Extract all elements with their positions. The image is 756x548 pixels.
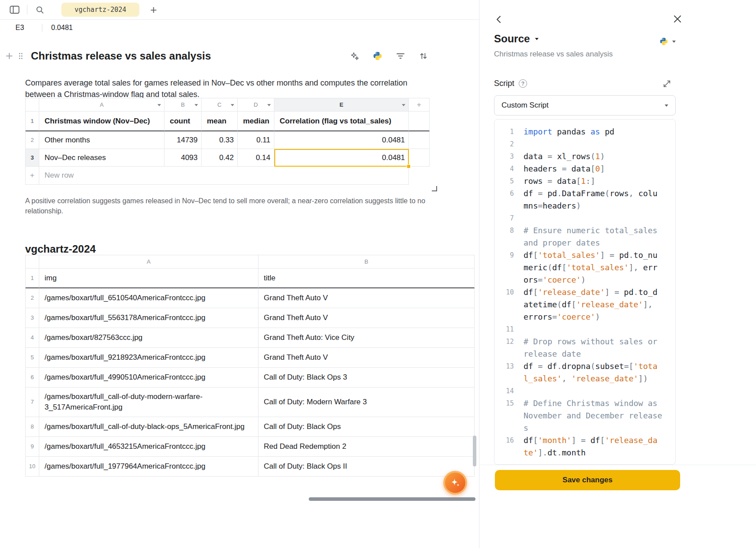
header-cell[interactable]: median [238,112,274,131]
sidebar-toggle-button[interactable] [9,4,20,15]
help-icon[interactable]: ? [519,79,527,88]
column-menu-caret-icon[interactable] [195,104,198,106]
line-number: 9 [501,249,514,261]
language-selector[interactable] [659,37,676,46]
cell[interactable]: /games/boxart/full_4653215AmericaFrontcc… [39,437,258,457]
cell[interactable]: /games/boxart/827563ccc.jpg [39,328,258,348]
table-resize-handle[interactable] [432,186,437,191]
cell[interactable]: img [39,268,258,288]
row-number: 10 [26,457,39,477]
cell[interactable]: /games/boxart/full_call-of-duty-modern-w… [39,388,258,417]
add-block-button[interactable] [4,50,15,62]
cell[interactable]: 0.0481 [274,131,409,149]
formula-input[interactable]: 0.0481 [51,24,73,32]
line-number: 6 [501,187,514,200]
column-menu-caret-icon[interactable] [231,104,234,106]
cell[interactable]: 0.14 [238,149,274,167]
sheet-tab-label: vgchartz-2024 [75,6,126,14]
cell-reference[interactable]: E3 [15,24,35,32]
add-column-button[interactable]: + [409,98,430,112]
panel-header[interactable]: Source [494,33,539,45]
cell[interactable]: /games/boxart/full_5563178AmericaFrontcc… [39,308,258,328]
cell[interactable]: 0.0481 [274,149,409,167]
header-cell[interactable]: Correlation (flag vs total_sales) [274,112,409,131]
cell[interactable]: Red Dead Redemption 2 [258,437,475,457]
header-cell[interactable]: count [165,112,202,131]
row-number: 3 [26,149,39,167]
cell[interactable]: 4093 [165,149,202,167]
sparkle-icon [449,477,461,488]
cell[interactable]: 0.33 [202,131,238,149]
cell[interactable]: /games/boxart/full_9218923AmericaFrontcc… [39,348,258,368]
column-header-d[interactable]: D [238,98,274,112]
cell[interactable]: Other months [39,131,165,149]
save-changes-button[interactable]: Save changes [495,470,680,490]
new-row-plus-icon[interactable]: + [26,167,39,185]
cell[interactable]: Grand Theft Auto V [258,288,475,308]
back-button[interactable] [494,15,505,25]
ai-assistant-button[interactable] [443,471,467,495]
search-button[interactable] [34,4,45,15]
cell[interactable]: Grand Theft Auto V [258,308,475,328]
sheet-tab[interactable]: vgchartz-2024 [61,3,139,17]
code-line: 4headers = data[0] [501,163,675,175]
drag-dots-icon [18,52,23,60]
column-header-e[interactable]: E [274,98,409,112]
magic-button[interactable] [349,50,360,62]
expand-script-button[interactable] [662,79,672,89]
expand-icon [662,79,671,88]
cell[interactable]: /games/boxart/full_4990510AmericaFrontcc… [39,368,258,388]
code-editor[interactable]: 1import pandas as pd2 3data = xl_rows(1)… [494,119,676,465]
cell[interactable]: Call of Duty: Modern Warfare 3 [258,388,475,417]
column-header-a[interactable]: A [39,255,258,268]
cell[interactable]: 0.11 [238,131,274,149]
python-source-button[interactable] [372,50,383,62]
column-header-b[interactable]: B [258,255,475,268]
column-menu-caret-icon[interactable] [402,104,405,106]
empty-cell[interactable] [409,149,430,167]
magic-sparkle-icon [350,51,359,61]
horizontal-scrollbar[interactable] [309,497,475,501]
sort-arrows-icon [419,51,428,61]
close-button[interactable] [672,15,683,25]
cell[interactable]: Grand Theft Auto: Vice City [258,328,475,348]
filter-button[interactable] [395,50,406,62]
cell[interactable]: title [258,268,475,288]
column-menu-caret-icon[interactable] [157,104,161,106]
row-number: 1 [26,112,39,131]
row-number: 6 [26,368,39,388]
cell[interactable]: /games/boxart/full_call-of-duty-black-op… [39,417,258,437]
header-cell[interactable]: mean [202,112,238,131]
column-header-b[interactable]: B [165,98,202,112]
source-menu-caret-icon [535,38,539,40]
drag-handle-icon[interactable] [15,50,26,62]
dataset-title: vgchartz-2024 [25,243,96,255]
empty-cell[interactable] [409,131,430,149]
header-cell[interactable]: Christmas window (Nov–Dec) [39,112,165,131]
column-header-c[interactable]: C [202,98,238,112]
cell[interactable]: 0.42 [202,149,238,167]
panel-title: Source [494,33,530,45]
fill-handle[interactable] [407,164,411,168]
cell[interactable]: Grand Theft Auto V [258,348,475,368]
column-header-a[interactable]: A [39,98,165,112]
cell[interactable]: Nov–Dec releases [39,149,165,167]
vertical-scrollbar[interactable] [473,436,476,466]
script-type-select[interactable]: Custom Script [494,95,676,116]
cell[interactable]: Call of Duty: Black Ops [258,417,475,437]
cell[interactable]: /games/boxart/full_6510540AmericaFrontcc… [39,288,258,308]
column-menu-caret-icon[interactable] [267,104,271,106]
empty-cell[interactable] [409,112,430,131]
new-row[interactable]: New row [39,167,409,185]
sort-button[interactable] [418,50,429,62]
select-caret-icon [665,104,668,107]
cell[interactable]: Call of Duty: Black Ops II [258,457,475,477]
cell[interactable]: Call of Duty: Black Ops 3 [258,368,475,388]
cell[interactable]: /games/boxart/full_1977964AmericaFrontcc… [39,457,258,477]
line-number: 12 [501,336,514,348]
code-line: 9df['total_sales'] = pd.to_numeric(df['t… [501,249,675,286]
add-sheet-button[interactable]: + [150,4,157,15]
cell[interactable]: 14739 [165,131,202,149]
code-line: 8# Ensure numeric total_sales and proper… [501,224,675,249]
code-line: 11 [501,323,675,336]
